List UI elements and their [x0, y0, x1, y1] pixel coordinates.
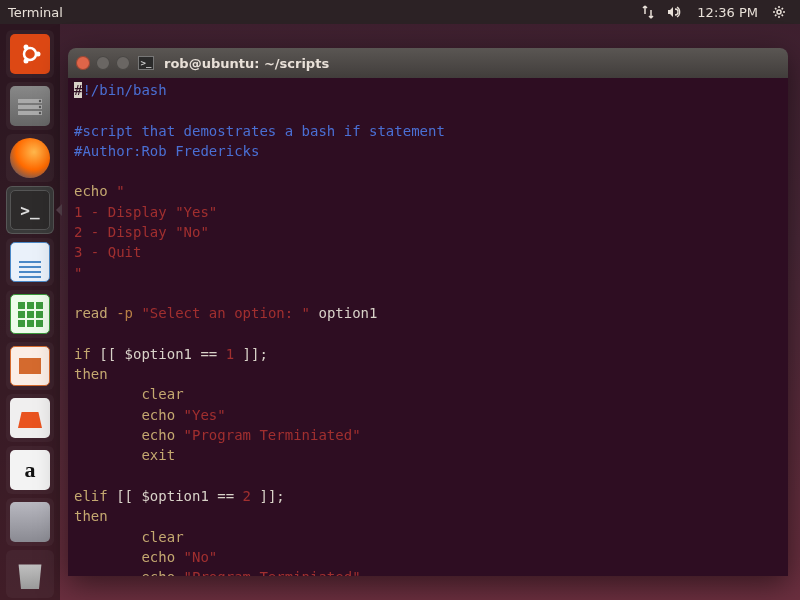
calc-icon — [10, 294, 50, 334]
svg-point-8 — [39, 100, 41, 102]
svg-rect-5 — [18, 99, 42, 103]
network-indicator-icon[interactable] — [641, 5, 655, 19]
launcher-terminal[interactable]: >_ — [6, 186, 54, 234]
launcher-firefox[interactable] — [6, 134, 54, 182]
launcher-trash[interactable] — [6, 550, 54, 598]
window-maximize-button[interactable] — [116, 56, 130, 70]
svg-point-3 — [24, 45, 29, 50]
terminal-titlebar-icon: >_ — [138, 56, 154, 70]
launcher-software[interactable] — [6, 394, 54, 442]
launcher-devices[interactable] — [6, 498, 54, 546]
code-comment: #Author:Rob Fredericks — [74, 143, 259, 159]
files-icon — [10, 86, 50, 126]
terminal-icon: >_ — [10, 190, 50, 230]
terminal-window: >_ rob@ubuntu: ~/scripts #!/bin/bash #sc… — [68, 48, 788, 576]
window-title: rob@ubuntu: ~/scripts — [164, 56, 329, 71]
svg-rect-7 — [18, 111, 42, 115]
impress-icon — [10, 346, 50, 386]
svg-rect-6 — [18, 105, 42, 109]
system-gear-icon[interactable] — [772, 5, 786, 19]
trash-icon — [10, 554, 50, 594]
window-close-button[interactable] — [76, 56, 90, 70]
firefox-icon — [10, 138, 50, 178]
launcher-amazon[interactable]: a — [6, 446, 54, 494]
window-minimize-button[interactable] — [96, 56, 110, 70]
editor-viewport[interactable]: #!/bin/bash #script that demostrates a b… — [68, 78, 788, 576]
launcher-calc[interactable] — [6, 290, 54, 338]
ubuntu-logo-icon — [10, 34, 50, 74]
devices-icon — [10, 502, 50, 542]
window-titlebar[interactable]: >_ rob@ubuntu: ~/scripts — [68, 48, 788, 78]
launcher-dash[interactable] — [6, 30, 54, 78]
svg-point-2 — [36, 52, 41, 57]
amazon-icon: a — [10, 450, 50, 490]
writer-icon — [10, 242, 50, 282]
svg-point-10 — [39, 112, 41, 114]
code-comment: #script that demostrates a bash if state… — [74, 123, 445, 139]
svg-point-1 — [24, 48, 36, 60]
launcher-writer[interactable] — [6, 238, 54, 286]
unity-launcher: >_ a — [0, 24, 60, 600]
sound-indicator-icon[interactable] — [667, 5, 683, 19]
software-center-icon — [10, 398, 50, 438]
svg-point-0 — [777, 10, 781, 14]
launcher-impress[interactable] — [6, 342, 54, 390]
clock[interactable]: 12:36 PM — [697, 5, 758, 20]
svg-point-4 — [24, 59, 29, 64]
svg-point-9 — [39, 106, 41, 108]
launcher-files[interactable] — [6, 82, 54, 130]
top-menubar: Terminal 12:36 PM — [0, 0, 800, 24]
active-app-title: Terminal — [8, 5, 63, 20]
